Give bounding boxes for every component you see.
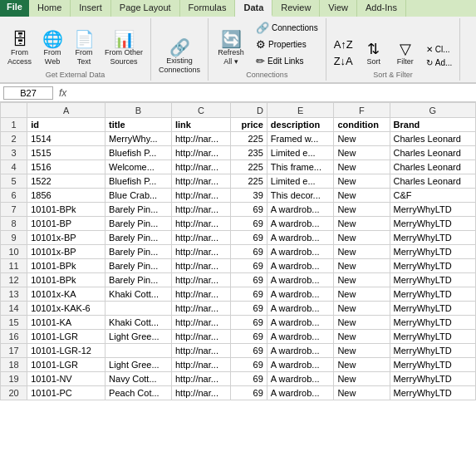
cell-c14[interactable]: http://nar... (171, 302, 230, 316)
cell-a17[interactable]: 10101-LGR-12 (27, 344, 106, 358)
cell-a13[interactable]: 10101x-KA (27, 287, 106, 302)
reapply-button[interactable]: ↻ Ad... (422, 56, 457, 69)
from-other-sources-button[interactable]: 📊 From OtherSources (101, 28, 147, 69)
cell-g9[interactable]: MerryWhyLTD (390, 231, 475, 245)
cell-b7[interactable]: Barely Pin... (106, 203, 172, 217)
col-header-e[interactable]: E (267, 103, 334, 118)
edit-links-button[interactable]: ✏ Edit Links (252, 53, 322, 69)
cell-g7[interactable]: MerryWhyLTD (390, 203, 475, 217)
tab-home[interactable]: Home (29, 0, 71, 17)
refresh-all-button[interactable]: 🔄 RefreshAll ▾ (212, 28, 250, 69)
cell-f19[interactable]: New (334, 372, 390, 386)
cell-a3[interactable]: 1515 (27, 146, 106, 160)
cell-e15[interactable]: A wardrob... (267, 316, 334, 330)
cell-g5[interactable]: Charles Leonard (390, 174, 475, 189)
filter-button[interactable]: ▽ Filter (390, 39, 420, 69)
cell-f5[interactable]: New (334, 174, 390, 189)
cell-c11[interactable]: http://nar... (171, 259, 230, 273)
cell-e4[interactable]: This frame... (267, 160, 334, 174)
cell-a20[interactable]: 10101-PC (27, 386, 106, 400)
cell-e6[interactable]: This decor... (267, 189, 334, 203)
cell-b15[interactable]: Khaki Cott... (106, 316, 172, 330)
cell-b12[interactable]: Barely Pin... (106, 273, 172, 287)
sort-button[interactable]: ⇅ Sort (359, 39, 389, 69)
cell-a11[interactable]: 10101-BPk (27, 259, 106, 273)
cell-f11[interactable]: New (334, 259, 390, 273)
cell-c12[interactable]: http://nar... (171, 273, 230, 287)
cell-d14[interactable]: 69 (231, 302, 267, 316)
cell-g20[interactable]: MerryWhyLTD (390, 386, 475, 400)
cell-c19[interactable]: http://nar... (171, 372, 230, 386)
cell-d9[interactable]: 69 (231, 231, 267, 245)
cell-b16[interactable]: Light Gree... (106, 330, 172, 344)
col-header-c[interactable]: C (171, 103, 230, 118)
cell-b2[interactable]: MerryWhy... (106, 132, 172, 146)
cell-c17[interactable]: http://nar... (171, 344, 230, 358)
cell-f8[interactable]: New (334, 217, 390, 231)
properties-button[interactable]: ⚙ Properties (252, 37, 322, 52)
cell-b20[interactable]: Peach Cot... (106, 386, 172, 400)
tab-add-ins[interactable]: Add-Ins (357, 0, 406, 17)
cell-e7[interactable]: A wardrob... (267, 203, 334, 217)
cell-b14[interactable] (106, 302, 172, 316)
col-header-a[interactable]: A (27, 103, 106, 118)
col-header-d[interactable]: D (231, 103, 267, 118)
cell-b4[interactable]: Welcome... (106, 160, 172, 174)
cell-f15[interactable]: New (334, 316, 390, 330)
cell-e17[interactable]: A wardrob... (267, 344, 334, 358)
cell-c2[interactable]: http://nar... (171, 132, 230, 146)
existing-connections-button[interactable]: 🔗 ExistingConnections (155, 37, 204, 77)
cell-c16[interactable]: http://nar... (171, 330, 230, 344)
cell-c6[interactable]: http://nar... (171, 189, 230, 203)
cell-c20[interactable]: http://nar... (171, 386, 230, 400)
cell-b1[interactable]: title (106, 118, 172, 132)
cell-c4[interactable]: http://nar... (171, 160, 230, 174)
cell-d6[interactable]: 39 (231, 189, 267, 203)
cell-g10[interactable]: MerryWhyLTD (390, 245, 475, 259)
cell-g4[interactable]: Charles Leonard (390, 160, 475, 174)
cell-b6[interactable]: Blue Crab... (106, 189, 172, 203)
cell-f10[interactable]: New (334, 245, 390, 259)
tab-page-layout[interactable]: Page Layout (111, 0, 180, 17)
cell-e19[interactable]: A wardrob... (267, 372, 334, 386)
name-box[interactable] (3, 86, 53, 100)
cell-d3[interactable]: 235 (231, 146, 267, 160)
cell-d19[interactable]: 69 (231, 372, 267, 386)
cell-b18[interactable]: Light Gree... (106, 358, 172, 372)
cell-e3[interactable]: Limited e... (267, 146, 334, 160)
cell-f6[interactable]: New (334, 189, 390, 203)
cell-c10[interactable]: http://nar... (171, 245, 230, 259)
cell-e12[interactable]: A wardrob... (267, 273, 334, 287)
cell-a19[interactable]: 10101-NV (27, 372, 106, 386)
cell-e5[interactable]: Limited e... (267, 174, 334, 189)
cell-c15[interactable]: http://nar... (171, 316, 230, 330)
formula-input[interactable] (72, 88, 473, 98)
cell-c8[interactable]: http://nar... (171, 217, 230, 231)
cell-f7[interactable]: New (334, 203, 390, 217)
cell-f20[interactable]: New (334, 386, 390, 400)
cell-d5[interactable]: 225 (231, 174, 267, 189)
connections-mini-button[interactable]: 🔗 Connections (252, 20, 322, 36)
cell-e8[interactable]: A wardrob... (267, 217, 334, 231)
cell-d4[interactable]: 225 (231, 160, 267, 174)
cell-d7[interactable]: 69 (231, 203, 267, 217)
cell-g13[interactable]: MerryWhyLTD (390, 287, 475, 302)
cell-a2[interactable]: 1514 (27, 132, 106, 146)
cell-b11[interactable]: Barely Pin... (106, 259, 172, 273)
cell-g18[interactable]: MerryWhyLTD (390, 358, 475, 372)
cell-a4[interactable]: 1516 (27, 160, 106, 174)
cell-b10[interactable]: Barely Pin... (106, 245, 172, 259)
cell-c18[interactable]: http://nar... (171, 358, 230, 372)
cell-a16[interactable]: 10101-LGR (27, 330, 106, 344)
cell-g19[interactable]: MerryWhyLTD (390, 372, 475, 386)
cell-g3[interactable]: Charles Leonard (390, 146, 475, 160)
from-access-button[interactable]: 🗄 FromAccess (3, 28, 36, 69)
cell-f3[interactable]: New (334, 146, 390, 160)
cell-g12[interactable]: MerryWhyLTD (390, 273, 475, 287)
cell-d11[interactable]: 69 (231, 259, 267, 273)
cell-d8[interactable]: 69 (231, 217, 267, 231)
cell-f9[interactable]: New (334, 231, 390, 245)
cell-e2[interactable]: Framed w... (267, 132, 334, 146)
cell-a9[interactable]: 10101x-BP (27, 231, 106, 245)
cell-d16[interactable]: 69 (231, 330, 267, 344)
